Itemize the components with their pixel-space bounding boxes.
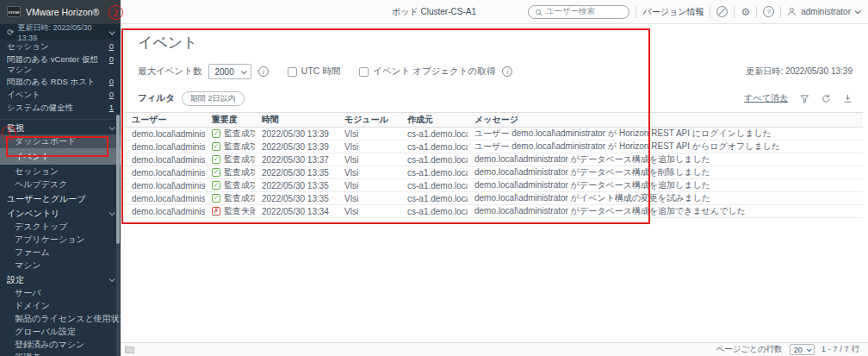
events-table: ユーザー重要度時間モジュール作成元メッセージ demo.local\admini… — [125, 112, 863, 218]
cell-time: 2022/05/30 13:37 — [255, 153, 338, 166]
sidebar-item-イベント[interactable]: イベント — [0, 148, 121, 165]
sidebar-item-管理者[interactable]: 管理者 — [0, 351, 121, 356]
filter-row: フィルタ 期間 2日以内 すべて消去 — [138, 90, 852, 107]
info-icon[interactable]: i — [502, 66, 512, 77]
sidebar-summary-item[interactable]: 問題のある RDS ホスト0 — [0, 75, 121, 88]
column-header-時間[interactable]: 時間 — [255, 113, 338, 128]
table-row[interactable]: demo.local\administrator✗監査失敗2022/05/30 … — [125, 205, 863, 218]
sidebar-menu: 監視ダッシュボードイベントセッションヘルプデスクユーザーとグループインベントリデ… — [0, 119, 121, 356]
sidebar-item-ダッシュボード[interactable]: ダッシュボード — [0, 134, 121, 148]
sidebar-item-ヘルプデスク[interactable]: ヘルプデスク — [0, 178, 121, 190]
cell-user: demo.local\administrator — [125, 192, 205, 205]
table-row[interactable]: demo.local\administrator✓監査成功2022/05/30 … — [125, 128, 863, 141]
max-events-select[interactable]: 2000 — [208, 64, 251, 79]
sidebar-item-セッション[interactable]: セッション — [0, 165, 121, 178]
summary-count-link[interactable]: 0 — [109, 77, 114, 87]
column-header-メッセージ[interactable]: メッセージ — [468, 113, 863, 128]
events-controls: 最大イベント数 2000 i UTC 時間 イベント オブジェクトの取得 i 更… — [138, 63, 852, 80]
sidebar-item-登録済みのマシン[interactable]: 登録済みのマシン — [0, 338, 121, 351]
info-icon[interactable]: i — [258, 66, 269, 77]
chevron-down-icon — [109, 276, 115, 282]
user-menu[interactable]: administrator — [787, 7, 859, 16]
refresh-icon[interactable] — [822, 94, 831, 103]
sidebar-item-ドメイン[interactable]: ドメイン — [0, 299, 121, 312]
vmware-logo-icon: vmw — [7, 6, 21, 17]
severity-badge: ✓監査成功 — [212, 153, 255, 166]
cell-severity: ✓監査成功 — [205, 153, 255, 166]
cell-severity: ✗監査失敗 — [205, 205, 255, 218]
cell-module: Vlsi — [338, 128, 400, 141]
circle-slash-icon[interactable] — [716, 6, 728, 17]
sidebar-section-監視[interactable]: 監視 — [0, 122, 121, 134]
sidebar-item-アプリケーション[interactable]: アプリケーション — [0, 233, 121, 246]
table-row[interactable]: demo.local\administrator✓監査成功2022/05/30 … — [125, 141, 863, 153]
fetch-objects-label: イベント オブジェクトの取得 — [373, 66, 495, 78]
summary-count-link[interactable]: 0 — [109, 41, 114, 52]
horizontal-scrollbar-thumb[interactable] — [125, 347, 134, 353]
gear-icon[interactable]: ⚙ — [741, 7, 750, 17]
sidebar-summary-item[interactable]: 問題のある vCenter 仮想マシン0 — [0, 53, 121, 75]
pagination-range: 1 - 7 / 7 行 — [822, 344, 859, 355]
cell-message: demo.local\administrator がデータベース構成を追加しまし… — [468, 153, 863, 166]
sidebar: ⟳ 更新日時: 2022/05/30 13:39 セッション0問題のある vCe… — [0, 24, 121, 356]
download-icon[interactable] — [843, 94, 852, 103]
filter-chip[interactable]: 期間 2日以内 — [182, 91, 245, 106]
sidebar-section-インベントリ[interactable]: インベントリ — [0, 207, 121, 220]
severity-label: 監査成功 — [224, 192, 255, 204]
topbar-actions: ユーザー検索 バージョン情報 ⚙ ? administrator — [528, 0, 868, 24]
sidebar-item-マシン[interactable]: マシン — [0, 259, 121, 272]
sidebar-item-グローバル設定[interactable]: グローバル設定 — [0, 325, 121, 338]
page-title: イベント — [138, 33, 852, 53]
chevron-down-icon — [240, 68, 246, 74]
max-events-label: 最大イベント数 — [138, 66, 202, 78]
chevron-down-icon — [807, 347, 812, 352]
table-row[interactable]: demo.local\administrator✓監査成功2022/05/30 … — [125, 166, 863, 179]
scrollbar-thumb[interactable] — [116, 115, 120, 244]
sidebar-scrollbar[interactable] — [116, 115, 120, 356]
chevron-down-icon — [109, 209, 115, 215]
cell-module: Vlsi — [338, 205, 400, 218]
chevron-down-icon — [109, 28, 115, 34]
clear-all-link[interactable]: すべて消去 — [744, 92, 788, 104]
column-header-モジュール[interactable]: モジュール — [338, 113, 400, 128]
sidebar-item-ファーム[interactable]: ファーム — [0, 246, 121, 259]
sidebar-item-製品のライセンスと使用状況[interactable]: 製品のライセンスと使用状況 — [0, 312, 121, 325]
updated-timestamp: 更新日時: 2022/05/30 13:39 — [747, 66, 852, 78]
rows-per-page-select[interactable]: 20 — [790, 344, 815, 355]
fetch-objects-checkbox-row[interactable]: イベント オブジェクトの取得 — [359, 66, 495, 78]
column-header-ユーザー[interactable]: ユーザー — [125, 113, 205, 128]
sidebar-summary-item[interactable]: システムの健全性1 — [0, 101, 121, 114]
sidebar-item-サーバ[interactable]: サーバ — [0, 286, 121, 299]
filter-funnel-icon[interactable] — [800, 94, 809, 103]
fetch-objects-checkbox[interactable] — [359, 67, 369, 77]
cell-message: demo.local\administrator がデータベース構成を削除しまし… — [468, 166, 863, 179]
table-row[interactable]: demo.local\administrator✓監査成功2022/05/30 … — [125, 192, 863, 205]
audit-success-icon: ✓ — [212, 129, 220, 138]
summary-count-link[interactable]: 0 — [109, 90, 114, 100]
help-question-icon[interactable]: ? — [763, 6, 774, 17]
severity-badge: ✓監査成功 — [212, 179, 255, 191]
sidebar-summary-item[interactable]: イベント0 — [0, 88, 121, 101]
summary-count-link[interactable]: 1 — [109, 103, 114, 113]
column-header-重要度[interactable]: 重要度 — [205, 113, 255, 128]
severity-badge: ✓監査成功 — [212, 192, 255, 204]
sidebar-refresh-row[interactable]: ⟳ 更新日時: 2022/05/30 13:39 — [0, 24, 121, 40]
summary-count-link[interactable]: 0 — [109, 54, 114, 65]
sidebar-section-設定[interactable]: 設定 — [0, 273, 121, 286]
sidebar-item-デスクトップ[interactable]: デスクトップ — [0, 220, 121, 233]
cell-source: cs-a1.demo.local — [400, 128, 468, 141]
version-info-link[interactable]: バージョン情報 — [642, 6, 704, 18]
cell-module: Vlsi — [338, 192, 400, 205]
sidebar-section-ユーザーとグループ[interactable]: ユーザーとグループ — [0, 192, 121, 205]
sidebar-summary-item[interactable]: セッション0 — [0, 40, 121, 53]
utc-checkbox[interactable] — [288, 67, 297, 77]
table-row[interactable]: demo.local\administrator✓監査成功2022/05/30 … — [125, 179, 863, 192]
cell-message: ユーザー demo.local\administrator が Horizon … — [468, 128, 863, 141]
column-header-作成元[interactable]: 作成元 — [400, 113, 468, 128]
cell-message: demo.local\administrator がデータベース構成を追加できま… — [468, 205, 863, 218]
user-search-input[interactable]: ユーザー検索 — [528, 5, 629, 19]
chevron-down-icon — [855, 8, 861, 14]
table-row[interactable]: demo.local\administrator✓監査成功2022/05/30 … — [125, 153, 863, 166]
utc-checkbox-row[interactable]: UTC 時間 — [288, 66, 341, 78]
cell-user: demo.local\administrator — [125, 166, 205, 179]
